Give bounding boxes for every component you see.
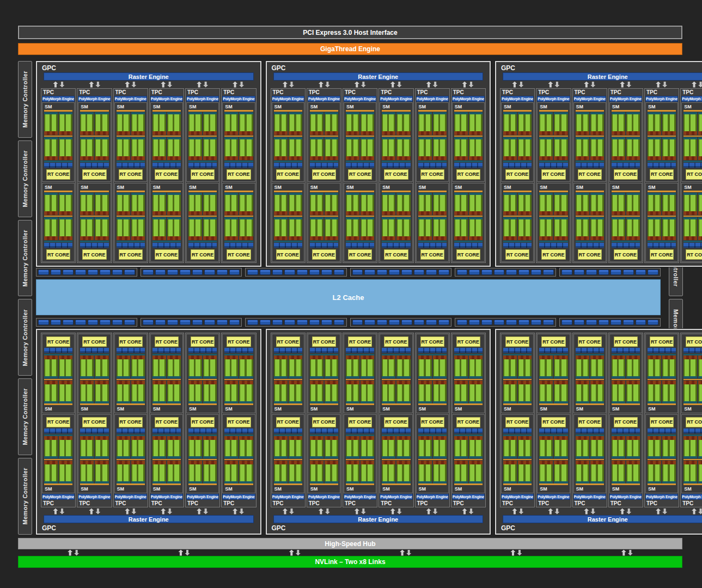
sm-block: SMRT CORE	[344, 102, 376, 182]
polymorph-engine-bar: PolyMorph Engine	[681, 96, 702, 102]
cuda-cores-block	[539, 384, 553, 401]
texture-units-bar	[44, 243, 72, 248]
core-unit	[44, 193, 58, 216]
cuda-cores-block	[469, 139, 483, 156]
sm-block: SMRT CORE	[78, 183, 111, 262]
tpc-row: TPCPolyMorph EngineSMRT CORESMRT CORETPC…	[500, 88, 702, 263]
cuda-cores-block	[503, 384, 517, 401]
rt-core-block: RT CORE	[541, 336, 565, 347]
processing-block-row	[503, 137, 532, 160]
down-arrow-icon	[361, 509, 366, 514]
processing-block-row	[224, 193, 253, 216]
core-unit	[576, 356, 589, 378]
partition-segment	[414, 270, 425, 275]
core-unit-footer	[325, 436, 338, 440]
partition-segment	[260, 270, 271, 275]
updown-arrows-icon	[512, 509, 523, 514]
core-unit	[239, 137, 253, 160]
l2-partition-strip	[245, 268, 346, 277]
processing-block-row	[454, 112, 483, 135]
tpc-arrow-cell	[77, 507, 113, 515]
processing-block-row	[346, 381, 374, 403]
core-unit-footer	[433, 436, 447, 440]
texture-units-bar	[310, 163, 338, 168]
core-unit-footer	[361, 211, 374, 215]
core-unit	[396, 461, 410, 483]
partition-segment	[260, 320, 271, 325]
core-unit	[433, 461, 447, 483]
sm-block: SMRT CORE	[452, 102, 485, 182]
sm-label: SM	[576, 184, 604, 191]
core-unit-header	[612, 376, 625, 378]
processing-block-row	[188, 217, 217, 240]
core-unit	[289, 112, 302, 135]
texture-units-bar	[503, 243, 532, 248]
core-unit-header	[346, 376, 359, 378]
partition-segment	[204, 270, 215, 275]
core-unit-footer	[396, 381, 410, 384]
texture-units-bar	[224, 428, 253, 433]
rt-core-block: RT CORE	[650, 169, 674, 180]
core-unit	[590, 193, 604, 216]
cuda-cores-block	[239, 440, 253, 457]
core-unit	[612, 217, 625, 240]
cuda-cores-block	[382, 440, 395, 457]
core-unit	[503, 217, 517, 240]
core-unit-footer	[396, 436, 410, 440]
cuda-cores-block	[503, 219, 517, 236]
sm-label: SM	[44, 486, 72, 492]
cuda-cores-block	[131, 440, 145, 457]
partition-segment	[543, 320, 554, 325]
warp-scheduler-bar	[454, 191, 483, 192]
texture-units-bar	[274, 428, 302, 433]
processing-block-row	[80, 193, 108, 216]
core-unit-footer	[239, 381, 253, 384]
core-unit-footer	[454, 356, 468, 359]
up-arrow-icon	[355, 82, 359, 88]
processing-block-row	[503, 381, 532, 403]
down-arrow-icon	[433, 82, 438, 88]
processing-block-row	[44, 193, 72, 216]
sm-label: SM	[80, 184, 108, 191]
core-unit-footer	[648, 236, 661, 240]
l2-partition-strip	[141, 268, 242, 277]
partition-segment	[352, 320, 363, 325]
core-unit-footer	[44, 211, 58, 215]
scheduler-separator	[44, 379, 72, 380]
warp-scheduler-bar	[683, 191, 702, 192]
cuda-cores-block	[433, 359, 447, 376]
warp-scheduler-bar	[152, 403, 181, 405]
scheduler-separator	[44, 136, 72, 137]
rt-core-block: RT CORE	[191, 169, 215, 180]
core-unit	[503, 112, 517, 135]
scheduler-separator	[539, 379, 567, 380]
tpc-label: TPC	[307, 500, 341, 507]
core-unit-footer	[346, 156, 359, 160]
core-unit	[289, 193, 302, 216]
core-unit	[433, 381, 447, 403]
hub-arrow-cell	[18, 549, 129, 556]
tpc-label: TPC	[186, 89, 219, 96]
updown-arrows-icon	[426, 509, 438, 514]
cache-separator	[44, 161, 72, 162]
core-unit	[454, 112, 468, 135]
tpc-block: TPCPolyMorph EngineSMRT CORESMRT CORE	[113, 88, 148, 263]
tpc-arrow-cell	[306, 81, 342, 88]
core-unit-footer	[152, 236, 166, 240]
warp-scheduler-bar	[310, 191, 338, 192]
core-unit-footer	[469, 236, 483, 240]
cache-separator	[683, 241, 702, 242]
sm-label: SM	[310, 406, 338, 412]
core-unit-header	[576, 456, 589, 458]
warp-scheduler-bar	[576, 110, 604, 112]
core-unit-footer	[590, 156, 604, 160]
core-unit	[310, 381, 323, 403]
cuda-cores-block	[612, 114, 625, 131]
cuda-cores-block	[325, 440, 338, 457]
core-unit-footer	[346, 381, 359, 384]
sm-block: SMRT CORE	[416, 183, 449, 262]
core-unit-footer	[518, 436, 532, 440]
tpc-arrows-row	[41, 507, 257, 515]
updown-arrows-icon	[512, 82, 523, 88]
core-unit	[469, 381, 483, 403]
